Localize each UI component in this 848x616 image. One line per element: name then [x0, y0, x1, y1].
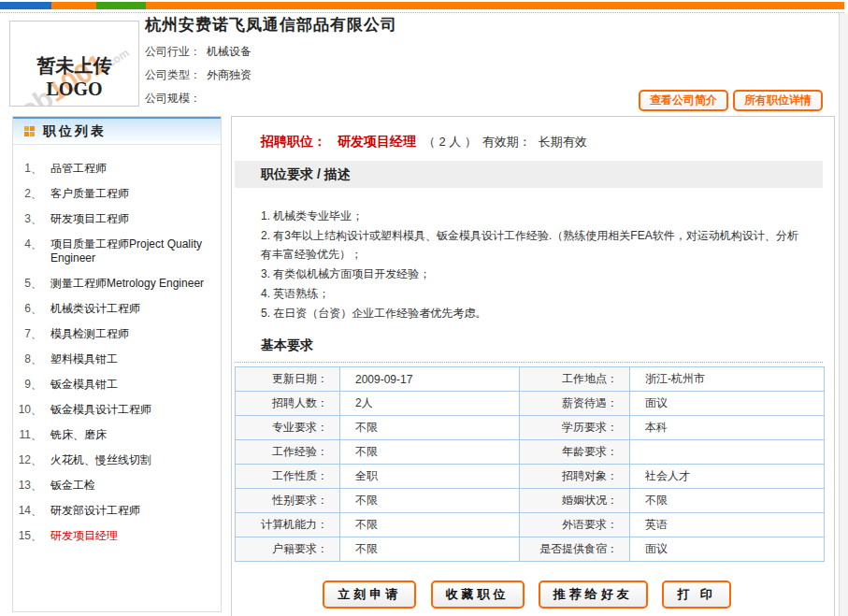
recommend-to-friend-button[interactable]: 推荐给好友: [539, 580, 648, 609]
scrollbar-track[interactable]: [839, 13, 848, 616]
description-section-title: 职位要求 / 描述: [235, 161, 823, 188]
view-company-intro-button[interactable]: 查看公司简介: [639, 90, 728, 111]
bar-segment-orange: [51, 2, 96, 9]
company-industry-label: 公司行业：: [145, 45, 201, 58]
table-row: 工作性质： 全职 招聘对象： 社会人才: [236, 465, 825, 489]
row-value: 不限: [340, 513, 520, 537]
sidebar-job-item-10[interactable]: 10、钣金模具设计工程师: [13, 397, 215, 423]
table-row: 更新日期： 2009-09-17 工作地点： 浙江-杭州市: [236, 367, 825, 392]
sidebar-job-item-12[interactable]: 12、火花机、慢丝线切割: [13, 448, 215, 473]
row-label: 招聘对象：: [520, 465, 630, 489]
validity-label: 有效期：: [482, 135, 531, 149]
row-value: 2009-09-17: [340, 367, 520, 392]
job-list-sidebar: 职位列表 1、品管工程师 2、客户质量工程师 3、研发项目工程师 4、项目质量工…: [12, 116, 222, 612]
row-label: 性别要求：: [236, 489, 340, 513]
job-item-label: 研发项目经理: [50, 529, 118, 543]
sidebar-job-item-1[interactable]: 1、品管工程师: [13, 156, 215, 181]
row-label: 薪资待遇：: [520, 392, 630, 416]
job-item-number: 4、: [13, 237, 50, 265]
bar-segment-green: [96, 2, 146, 9]
job-item-number: 12、: [13, 453, 50, 467]
sidebar-job-item-15-active[interactable]: 15、研发项目经理: [13, 523, 215, 549]
job-item-number: 7、: [13, 327, 50, 341]
bar-segment-orange-long: [146, 2, 844, 9]
job-item-label: 研发部设计工程师: [50, 504, 140, 518]
row-value: 本科: [630, 416, 825, 440]
table-row: 工作经验： 不限 年龄要求：: [236, 440, 825, 465]
job-item-number: 8、: [13, 352, 50, 366]
company-industry-row: 公司行业：机械设备: [145, 44, 252, 60]
sidebar-job-item-3[interactable]: 3、研发项目工程师: [13, 207, 215, 232]
job-item-label: 钣金模具设计工程师: [50, 403, 151, 417]
row-value: 不限: [340, 489, 520, 513]
posting-title: 研发项目经理: [338, 134, 416, 149]
job-item-number: 5、: [13, 277, 50, 291]
row-label: 工作地点：: [520, 367, 630, 392]
sidebar-job-item-9[interactable]: 9、钣金模具钳工: [13, 372, 215, 397]
save-job-button[interactable]: 收藏职位: [431, 580, 525, 609]
table-row: 专业要求： 不限 学历要求： 本科: [236, 416, 825, 440]
job-description: 1. 机械类专业毕业； 2. 有3年以上结构设计或塑料模具、钣金模具设计工作经验…: [261, 207, 802, 323]
desc-line-1: 1. 机械类专业毕业；: [261, 207, 802, 225]
row-value: 全职: [340, 465, 520, 489]
posting-header: 招聘职位： 研发项目经理 （ 2 人 ） 有效期： 长期有效: [261, 134, 587, 150]
row-value: 浙江-杭州市: [630, 367, 825, 392]
row-value: 不限: [340, 537, 520, 562]
job-item-label: 项目质量工程师Project Quality Engineer: [50, 237, 215, 265]
company-logo-placeholder: job1001.com 暂未上传LOGO: [9, 21, 139, 107]
job-item-label: 机械类设计工程师: [50, 302, 140, 316]
sidebar-job-item-7[interactable]: 7、模具检测工程师: [13, 322, 215, 347]
job-item-label: 钣金工检: [50, 479, 95, 493]
sidebar-job-item-4[interactable]: 4、项目质量工程师Project Quality Engineer: [13, 232, 215, 271]
sidebar-job-item-2[interactable]: 2、客户质量工程师: [13, 181, 215, 207]
job-item-label: 钣金模具钳工: [50, 378, 118, 392]
row-label: 工作经验：: [236, 440, 340, 465]
action-buttons-row: 立刻申请 收藏职位 推荐给好友 打 印: [232, 580, 822, 609]
job-item-number: 6、: [13, 302, 50, 316]
basic-requirements-table: 更新日期： 2009-09-17 工作地点： 浙江-杭州市 招聘人数： 2人 薪…: [235, 366, 825, 562]
job-item-number: 1、: [13, 162, 50, 176]
posting-headcount: （ 2 人 ）: [424, 135, 477, 149]
sidebar-job-item-6[interactable]: 6、机械类设计工程师: [13, 296, 215, 322]
job-item-label: 铣床、磨床: [50, 428, 107, 442]
row-value: 英语: [630, 513, 825, 537]
sidebar-job-item-8[interactable]: 8、塑料模具钳工: [13, 347, 215, 372]
row-value: [630, 440, 825, 465]
company-size-label: 公司规模：: [145, 92, 201, 105]
company-name: 杭州安费诺飞凤通信部品有限公司: [145, 14, 397, 36]
job-item-label: 客户质量工程师: [50, 187, 129, 201]
job-item-number: 2、: [13, 187, 50, 201]
job-item-label: 模具检测工程师: [50, 327, 129, 341]
job-item-label: 品管工程师: [50, 162, 107, 176]
job-item-number: 10、: [13, 403, 50, 417]
job-item-number: 14、: [13, 504, 50, 518]
apply-now-button[interactable]: 立刻申请: [323, 580, 416, 609]
row-value: 面议: [630, 392, 825, 416]
sidebar-job-item-5[interactable]: 5、测量工程师Metrology Engineer: [13, 271, 215, 296]
table-row: 计算机能力： 不限 外语要求： 英语: [236, 513, 825, 537]
sidebar-job-item-11[interactable]: 11、铣床、磨床: [13, 423, 215, 448]
desc-line-5: 5. 在日资（台资）企业工作经验者优先考虑。: [261, 304, 802, 322]
validity-value: 长期有效: [539, 135, 587, 149]
row-value: 2人: [340, 392, 520, 416]
table-row: 招聘人数： 2人 薪资待遇： 面议: [236, 392, 825, 416]
company-type-value: 外商独资: [207, 68, 252, 81]
row-label: 工作性质：: [236, 465, 340, 489]
all-positions-button[interactable]: 所有职位详情: [733, 90, 823, 111]
print-button[interactable]: 打 印: [662, 580, 731, 609]
desc-line-2: 2. 有3年以上结构设计或塑料模具、钣金模具设计工作经验.（熟练使用相关FEA软…: [261, 226, 802, 264]
basic-requirements-title: 基本要求: [235, 337, 823, 363]
row-value: 不限: [340, 416, 520, 440]
sidebar-job-item-14[interactable]: 14、研发部设计工程师: [13, 498, 215, 523]
desc-line-3: 3. 有类似机械方面项目开发经验；: [261, 265, 802, 283]
row-label: 是否提供食宿：: [520, 537, 630, 562]
sidebar-job-item-13[interactable]: 13、钣金工检: [13, 473, 215, 498]
job-detail-panel: 招聘职位： 研发项目经理 （ 2 人 ） 有效期： 长期有效 职位要求 / 描述…: [231, 116, 835, 616]
job-item-number: 13、: [13, 479, 50, 493]
row-label: 招聘人数：: [236, 392, 340, 416]
job-list: 1、品管工程师 2、客户质量工程师 3、研发项目工程师 4、项目质量工程师Pro…: [13, 145, 221, 549]
row-value: 不限: [630, 489, 825, 513]
table-row: 性别要求： 不限 婚姻状况： 不限: [236, 489, 825, 513]
job-list-title: 职位列表: [43, 123, 107, 140]
company-type-row: 公司类型：外商独资: [145, 67, 252, 83]
